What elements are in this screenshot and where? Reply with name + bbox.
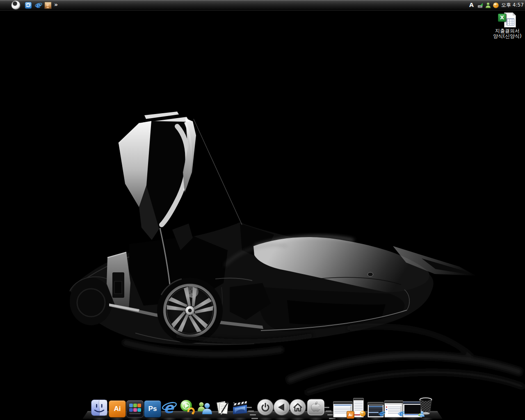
dock-window-ie-browser[interactable]: e — [384, 400, 403, 418]
front-wheel — [157, 278, 223, 343]
start-orb-icon[interactable] — [11, 1, 20, 9]
illustrator-badge: Ai — [347, 411, 354, 419]
excel-document-icon: X — [498, 12, 517, 27]
svg-text:e: e — [36, 2, 41, 9]
dock-power-button[interactable] — [257, 399, 274, 418]
messenger-buddy-icon[interactable] — [485, 2, 491, 9]
dock-application-stack[interactable] — [126, 400, 144, 418]
image-viewer-icon[interactable] — [44, 2, 52, 9]
orange-status-icon[interactable] — [493, 2, 499, 9]
dock-adobe-illustrator[interactable]: Ai — [109, 400, 126, 418]
ie-badge: e — [398, 410, 405, 419]
photoshop-label: Ps — [148, 405, 157, 413]
dock-window-ie-dark[interactable]: e — [368, 402, 384, 418]
wallpaper-car — [0, 0, 525, 420]
menubar: e » A 오후 4:57 — [0, 0, 525, 10]
excel-x-logo: X — [498, 14, 506, 22]
dock-apple-button[interactable] — [307, 399, 325, 418]
dock-internet-explorer[interactable]: e — [161, 399, 178, 418]
dock-adobe-photoshop[interactable]: Ps — [144, 400, 161, 418]
dock-msn-messenger[interactable] — [197, 399, 213, 418]
desktop-icon-label: 지출결의서 양식(신양식) — [490, 28, 525, 39]
dock-media-player-office[interactable] — [179, 399, 196, 418]
outlook-express-icon[interactable] — [25, 2, 32, 9]
svg-text:e: e — [379, 410, 384, 417]
dock-window-illustrator[interactable]: Ai — [333, 401, 353, 418]
internet-explorer-icon[interactable]: e — [35, 2, 42, 9]
ime-indicator[interactable]: A — [469, 2, 474, 8]
dock-movie-clapper[interactable] — [232, 399, 248, 418]
dock-window-messenger-list[interactable] — [353, 398, 364, 418]
dock-home-button[interactable] — [289, 399, 306, 418]
overflow-chevron[interactable]: » — [54, 1, 57, 8]
ie-badge: e — [379, 410, 386, 419]
dock-finder[interactable] — [91, 399, 107, 418]
illustrator-label: Ai — [114, 405, 121, 413]
spreadsheet-grid — [507, 18, 514, 25]
msn-badge — [418, 411, 425, 419]
tray-clock[interactable]: 오후 4:57 — [501, 0, 524, 10]
svg-text:e: e — [399, 410, 404, 417]
safely-remove-hardware-icon[interactable] — [477, 2, 484, 9]
dock-documents-notes[interactable] — [215, 399, 231, 418]
desktop-icon-excel-expense-form[interactable]: X 지출결의서 양식(신양식) — [490, 12, 525, 39]
dock-back-button[interactable] — [273, 399, 290, 418]
messenger-badge — [360, 411, 366, 418]
dock: Ai Ps e — [0, 400, 525, 420]
